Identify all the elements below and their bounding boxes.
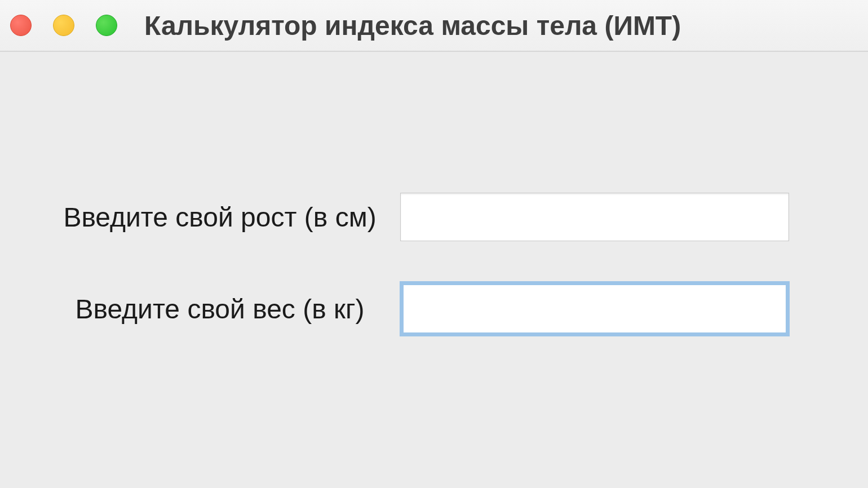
weight-input[interactable] <box>400 282 789 336</box>
close-icon[interactable] <box>10 15 32 36</box>
titlebar: Калькулятор индекса массы тела (ИМТ) <box>0 0 868 52</box>
height-label: Введите свой рост (в см) <box>39 202 400 233</box>
weight-row: Введите свой вес (в кг) <box>39 282 829 336</box>
height-row: Введите свой рост (в см) <box>39 193 829 241</box>
window-title: Калькулятор индекса массы тела (ИМТ) <box>144 10 681 41</box>
height-input[interactable] <box>400 193 789 241</box>
content-area: Введите свой рост (в см) Введите свой ве… <box>0 52 868 336</box>
minimize-icon[interactable] <box>53 15 74 36</box>
maximize-icon[interactable] <box>96 15 117 36</box>
traffic-lights <box>10 15 117 36</box>
weight-label: Введите свой вес (в кг) <box>39 294 400 325</box>
